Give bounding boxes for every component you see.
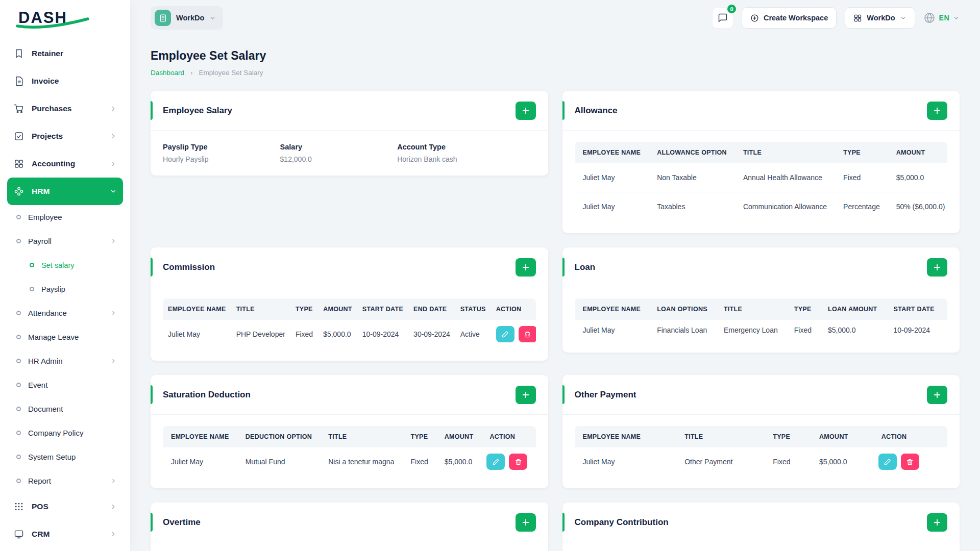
card-header: Employee Salary: [151, 91, 548, 131]
sidebar-item-label: Attendance: [28, 309, 67, 317]
add-other-payment-button[interactable]: [927, 386, 947, 404]
sidebar-item-invoice[interactable]: Invoice: [7, 67, 123, 95]
card-title: Employee Salary: [163, 106, 232, 116]
sidebar-item-payroll[interactable]: Payroll: [7, 229, 123, 253]
language-label: EN: [939, 14, 949, 22]
sidebar-item-event[interactable]: Event: [7, 373, 123, 397]
cell-amount: 50% ($6,000.0): [888, 192, 947, 221]
cell-employee: Juliet May: [575, 192, 649, 221]
column-header: Start Date: [886, 298, 943, 320]
cell-employee: Juliet May: [575, 447, 677, 476]
plus-icon: [933, 263, 942, 272]
add-employee-salary-button[interactable]: [516, 102, 536, 120]
app-logo[interactable]: DASH: [0, 0, 130, 36]
card-title: Saturation Deduction: [163, 390, 251, 400]
topbar-actions: 0 Create Workspace WorkDo: [712, 7, 960, 29]
chevron-down-icon: [209, 15, 216, 21]
sidebar-item-set-salary[interactable]: Set salary: [7, 253, 123, 277]
sidebar-item-document[interactable]: Document: [7, 397, 123, 421]
sidebar-nav: Retainer Invoice Purchases: [0, 36, 130, 551]
sidebar-item-report[interactable]: Report: [7, 469, 123, 493]
field-value: Hourly Payslip: [163, 155, 280, 163]
column-header: Title: [716, 298, 786, 320]
projects-icon: [13, 131, 24, 142]
language-selector[interactable]: EN: [923, 12, 960, 24]
plus-icon: [521, 106, 530, 115]
edit-button[interactable]: [486, 454, 505, 470]
sidebar-item-attendance[interactable]: Attendance: [7, 301, 123, 325]
delete-button[interactable]: [901, 454, 919, 470]
column-header: End Date: [408, 298, 455, 320]
column-header: Action: [873, 426, 947, 447]
purchases-icon: [13, 103, 24, 114]
create-workspace-button[interactable]: Create Workspace: [742, 7, 837, 29]
sidebar-item-retainer[interactable]: Retainer: [7, 40, 123, 67]
add-overtime-button[interactable]: [516, 513, 536, 532]
table-row: Juliet May Taxables Communication Allowa…: [575, 192, 948, 221]
card-header: Loan: [562, 247, 960, 287]
create-workspace-label: Create Workspace: [764, 14, 828, 22]
pencil-icon: [492, 458, 500, 466]
sidebar-item-payslip[interactable]: Payslip: [7, 277, 123, 301]
sidebar-item-company-policy[interactable]: Company Policy: [7, 421, 123, 445]
cell-amount: $5,000.0: [888, 163, 947, 192]
add-commission-button[interactable]: [516, 258, 536, 277]
chevron-right-icon: [110, 105, 117, 112]
grid-icon: [853, 14, 862, 22]
cell-end-date: 30-09-2024: [408, 320, 455, 348]
allowance-card: Allowance Employee Name Allowance Option: [562, 91, 960, 233]
card-header: Company Contribution: [562, 503, 960, 542]
cell-type: Fixed: [835, 163, 888, 192]
pos-icon: [13, 501, 24, 512]
sidebar-item-label: HRM: [32, 187, 50, 196]
cell-start-date: 10-09-2024: [357, 320, 408, 348]
sidebar-item-crm[interactable]: CRM: [7, 520, 123, 548]
column-header: Type: [402, 426, 436, 447]
sidebar-item-manage-leave[interactable]: Manage Leave: [7, 325, 123, 349]
chevron-right-icon: [110, 310, 117, 316]
sidebar-item-label: Report: [28, 477, 51, 485]
sidebar-item-pos[interactable]: POS: [7, 493, 123, 520]
sidebar-item-purchases[interactable]: Purchases: [7, 95, 123, 122]
sidebar-item-projects[interactable]: Projects: [7, 122, 123, 150]
column-header: Employee Name: [575, 298, 649, 320]
plus-icon: [521, 518, 530, 527]
messages-button[interactable]: 0: [712, 7, 733, 29]
page-title: Employee Set Salary: [151, 49, 960, 63]
add-allowance-button[interactable]: [927, 102, 947, 120]
add-company-contribution-button[interactable]: [927, 513, 947, 532]
cell-action: [873, 447, 947, 476]
workspace-name: WorkDo: [176, 14, 204, 22]
commission-card: Commission Employee Name Title Type: [151, 247, 548, 361]
cell-title: Communication Allowance: [735, 192, 835, 221]
breadcrumb-dashboard-link[interactable]: Dashboard: [151, 69, 184, 77]
invoice-icon: [13, 76, 24, 87]
edit-button[interactable]: [496, 326, 514, 342]
overtime-card: Overtime: [151, 503, 548, 551]
sidebar-item-hrm[interactable]: HRM: [7, 178, 123, 205]
sidebar-item-system-setup[interactable]: System Setup: [7, 445, 123, 469]
card-body: Employee Name Title Type Amount Start Da…: [151, 287, 548, 361]
card-body: Employee Name Deduction Option Title Typ…: [151, 415, 548, 488]
breadcrumb-current: Employee Set Salary: [199, 69, 263, 77]
add-saturation-deduction-button[interactable]: [516, 386, 536, 404]
workspace-switcher[interactable]: WorkDo: [151, 6, 223, 30]
loan-table: Employee Name Loan Options Title Type Lo…: [575, 298, 948, 340]
delete-button[interactable]: [519, 326, 536, 342]
topbar: WorkDo 0 Create Workspace WorkDo: [130, 0, 980, 36]
sidebar-item-hr-admin[interactable]: HR Admin: [7, 349, 123, 373]
sidebar-item-label: System Setup: [28, 453, 76, 461]
delete-button[interactable]: [509, 454, 527, 470]
bullet-icon: [30, 263, 34, 267]
workdo-menu-button[interactable]: WorkDo: [845, 7, 915, 29]
sidebar-item-accounting[interactable]: Accounting: [7, 150, 123, 178]
sidebar-item-employee[interactable]: Employee: [7, 205, 123, 229]
pencil-icon: [884, 458, 891, 466]
column-header: Type: [765, 426, 811, 447]
card-header: Commission: [151, 247, 548, 287]
add-loan-button[interactable]: [927, 258, 947, 277]
edit-button[interactable]: [878, 454, 897, 470]
plus-icon: [933, 518, 942, 527]
table-row: Juliet May Mutual Fund Nisi a tenetur ma…: [163, 447, 536, 476]
cell-amount: $5,000.0: [436, 447, 482, 476]
